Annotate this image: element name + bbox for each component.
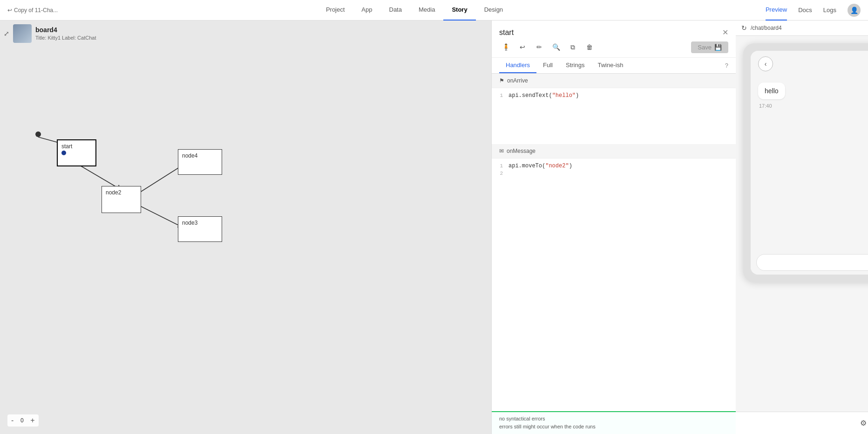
toolbar-search-button[interactable]: 🔍	[549, 41, 563, 54]
toolbar-delete-button[interactable]: 🗑	[583, 41, 596, 54]
save-disk-icon: 💾	[714, 44, 722, 51]
user-icon: 👤	[850, 7, 858, 14]
phone-inner: ‹ hello 17:40 ➤	[751, 51, 868, 275]
user-avatar[interactable]: 👤	[848, 4, 861, 17]
board-subtitle: Title: Kitty1 Label: CatChat	[35, 34, 96, 41]
onmessage-name: onMessage	[507, 148, 536, 154]
node4-label: node4	[182, 152, 197, 159]
chat-message-bubble: hello	[758, 83, 785, 99]
phone-frame: ‹ hello 17:40 ➤	[743, 43, 868, 282]
save-label: Save	[698, 44, 712, 51]
handler-onmessage-label: ✉ onMessage	[492, 144, 736, 158]
panel-title: start	[499, 28, 719, 37]
nav-project[interactable]: Project	[318, 0, 353, 21]
onarrive-code[interactable]: 1 api.sendText("hello")	[492, 88, 736, 144]
person-icon: 🧍	[502, 43, 510, 51]
status-bar: no syntactical errors errors still might…	[492, 411, 736, 434]
svg-line-6	[137, 205, 179, 226]
toolbar-person-button[interactable]: 🧍	[499, 41, 512, 54]
node-node3[interactable]: node3	[178, 216, 222, 242]
zoom-in-button[interactable]: +	[30, 416, 34, 425]
board-title-block: board4 Title: Kitty1 Label: CatChat	[35, 26, 96, 42]
onarrive-name: onArrive	[507, 77, 528, 84]
preview-url: /chat/board4	[751, 25, 868, 31]
search-icon: 🔍	[552, 43, 560, 51]
preview-panel: ↻ /chat/board4 559x681px responsive ▾ ⬚ …	[736, 21, 868, 434]
zoom-value: 0	[17, 417, 27, 424]
delete-icon: 🗑	[586, 43, 593, 51]
window-title: Copy of 11-Cha...	[14, 7, 58, 14]
chat-back-button[interactable]: ‹	[758, 56, 773, 71]
zoom-controls: - 0 +	[7, 414, 39, 427]
panel-tabs: Handlers Full Strings Twine-ish ?	[492, 58, 736, 74]
canvas-area[interactable]: ⤢ board4 Title: Kitty1 Label: CatChat	[0, 21, 491, 434]
status-line-2: errors still might occur when the code r…	[499, 423, 728, 431]
nav-design[interactable]: Design	[476, 0, 511, 21]
board-name: board4	[35, 26, 96, 35]
node-node4[interactable]: node4	[178, 149, 222, 175]
chat-header: ‹	[751, 51, 868, 77]
panel-close-button[interactable]: ✕	[722, 28, 728, 37]
url-text: /chat/board4	[751, 25, 782, 31]
handler-onarrive: ⚑ onArrive 1 api.sendText("hello")	[492, 74, 736, 144]
tab-handlers[interactable]: Handlers	[499, 58, 536, 73]
node3-label: node3	[182, 220, 197, 226]
tab-twine-ish[interactable]: Twine-ish	[591, 58, 630, 73]
toolbar-copy-button[interactable]: ⧉	[566, 41, 579, 54]
panel-toolbar: 🧍 ↩ ✏ 🔍 ⧉ 🗑 Save 💾	[492, 37, 736, 58]
expand-icon[interactable]: ⤢	[4, 30, 9, 37]
onarrive-icon: ⚑	[499, 77, 504, 84]
svg-point-0	[35, 131, 41, 137]
handler-onmessage: ✉ onMessage 1 api.moveTo("node2") 2	[492, 144, 736, 233]
toolbar-undo-button[interactable]: ↩	[516, 41, 529, 54]
back-arrow-icon: ↩	[7, 7, 12, 14]
line-code-1: api.sendText("hello")	[509, 92, 579, 99]
nav-docs[interactable]: Docs	[798, 7, 812, 14]
onmessage-code[interactable]: 1 api.moveTo("node2") 2	[492, 158, 736, 233]
line-code-2a: api.moveTo("node2")	[509, 163, 572, 169]
chat-message-input[interactable]	[756, 254, 868, 271]
panel-header: start ✕	[492, 21, 736, 37]
nav-app[interactable]: App	[353, 0, 380, 21]
node-start[interactable]: start	[57, 139, 96, 166]
line-num-2b: 2	[492, 170, 509, 176]
code-line-1: 1 api.sendText("hello")	[492, 92, 736, 99]
line-num-1: 1	[492, 92, 509, 99]
code-area: ⚑ onArrive 1 api.sendText("hello") ✉ o	[492, 74, 736, 411]
chat-timestamp: 17:40	[758, 103, 868, 109]
help-icon[interactable]: ?	[725, 62, 728, 69]
node2-label: node2	[106, 189, 121, 196]
svg-line-4	[139, 166, 181, 193]
copy-icon: ⧉	[570, 43, 575, 51]
chat-input-row: ➤	[751, 250, 868, 275]
tab-strings[interactable]: Strings	[559, 58, 591, 73]
tab-full[interactable]: Full	[536, 58, 559, 73]
handler-onarrive-label: ⚑ onArrive	[492, 74, 736, 88]
preview-header: ↻ /chat/board4 559x681px responsive ▾ ⬚ …	[736, 21, 868, 36]
nav-back[interactable]: ↩ Copy of 11-Cha...	[7, 7, 58, 14]
refresh-icon[interactable]: ↻	[741, 24, 747, 32]
nav-story[interactable]: Story	[443, 0, 475, 21]
preview-viewport: ‹ hello 17:40 ➤	[736, 36, 868, 412]
node-node2[interactable]: node2	[102, 186, 141, 213]
board-info: ⤢ board4 Title: Kitty1 Label: CatChat	[4, 24, 96, 43]
settings-icon[interactable]: ⚙	[860, 419, 867, 427]
nav-preview[interactable]: Preview	[766, 0, 787, 21]
zoom-out-button[interactable]: -	[11, 416, 14, 425]
flow-connections	[0, 21, 491, 434]
line-num-2a: 1	[492, 163, 509, 169]
status-line-1: no syntactical errors	[499, 415, 728, 423]
bottom-bar: ⚙ ⬡ ↺ Publish ⬚	[736, 412, 868, 434]
node-start-label: start	[61, 143, 72, 150]
nav-media[interactable]: Media	[410, 0, 443, 21]
nav-data[interactable]: Data	[381, 0, 410, 21]
onmessage-icon: ✉	[499, 148, 504, 154]
flow-canvas[interactable]: start node2 node3 node4	[0, 21, 491, 434]
node-start-dot	[61, 151, 66, 155]
toolbar-edit-button[interactable]: ✏	[533, 41, 546, 54]
nav-logs[interactable]: Logs	[823, 7, 836, 14]
main-layout: ⤢ board4 Title: Kitty1 Label: CatChat	[0, 21, 868, 434]
edit-icon: ✏	[536, 43, 542, 51]
code-line-3: 2	[492, 170, 736, 177]
top-nav: ↩ Copy of 11-Cha... Project App Data Med…	[0, 0, 868, 21]
